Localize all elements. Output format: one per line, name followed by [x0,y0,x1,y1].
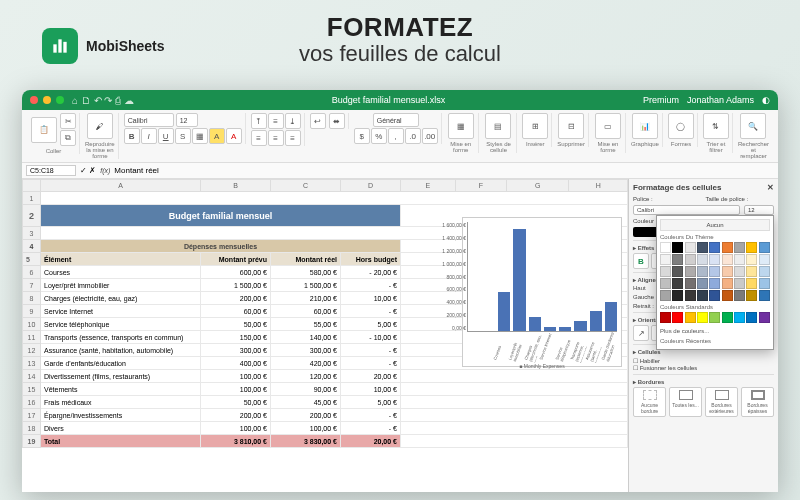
align-center[interactable]: ≡ [268,130,284,146]
color-swatch[interactable] [685,266,696,277]
color-swatch[interactable] [660,266,671,277]
color-swatch[interactable] [697,312,708,323]
color-swatch[interactable] [759,290,770,301]
color-swatch[interactable] [672,242,683,253]
color-swatch[interactable] [759,254,770,265]
cell-reference[interactable]: C5:C18 [26,165,76,176]
align-mid[interactable]: ≡ [268,113,284,129]
bold-icon[interactable]: B [633,253,649,269]
color-swatch[interactable] [746,312,757,323]
color-swatch[interactable] [746,290,757,301]
color-swatch[interactable] [697,266,708,277]
cond-format-button[interactable]: ▦ [448,113,474,139]
color-swatch[interactable] [722,266,733,277]
color-swatch[interactable] [672,290,683,301]
color-swatch[interactable] [672,266,683,277]
italic-button[interactable]: I [141,128,157,144]
shapes-button[interactable]: ◯ [668,113,694,139]
color-swatch[interactable] [734,266,745,277]
color-swatch[interactable] [709,312,720,323]
color-swatch[interactable] [734,242,745,253]
strike-button[interactable]: S [175,128,191,144]
color-swatch[interactable] [709,290,720,301]
color-swatch[interactable] [660,242,671,253]
cut-button[interactable]: ✂ [60,113,76,129]
color-swatch[interactable] [672,254,683,265]
color-swatch[interactable] [660,290,671,301]
chart[interactable]: 1 600,00 €1 400,00 €1 200,00 €1 000,00 €… [462,217,622,367]
formula-value[interactable]: Montant réel [114,166,158,175]
cell-styles-button[interactable]: ▤ [485,113,511,139]
sidebar-font[interactable]: Calibri [633,205,740,215]
titlebar-icons[interactable]: ⌂ 🗋 ↶ ↷ ⎙ ☁ [72,95,134,106]
color-swatch[interactable] [709,278,720,289]
color-swatch[interactable] [697,242,708,253]
close-icon[interactable]: ✕ [767,183,774,192]
table-row[interactable]: 16Frais médicaux50,00 €45,00 €5,00 € [23,396,628,409]
color-swatch[interactable] [759,312,770,323]
color-none[interactable]: Aucun [660,219,770,231]
color-swatch[interactable] [709,254,720,265]
spreadsheet[interactable]: ABCDEFGH 1 2Budget familial mensuel 3 4D… [22,179,628,492]
delete-button[interactable]: ⊟ [558,113,584,139]
sort-button[interactable]: ⇅ [703,113,729,139]
color-swatch[interactable] [685,242,696,253]
color-swatch[interactable] [685,290,696,301]
color-swatch[interactable] [734,290,745,301]
color-swatch[interactable] [759,242,770,253]
dec-dec[interactable]: .00 [422,128,438,144]
font-select[interactable]: Calibri [124,113,174,127]
color-swatch[interactable] [697,278,708,289]
table-row[interactable]: 15Vêtements100,00 €90,00 €10,00 € [23,383,628,396]
color-swatch[interactable] [685,312,696,323]
fill-button[interactable]: A [209,128,225,144]
align-top[interactable]: ⤒ [251,113,267,129]
insert-button[interactable]: ⊞ [522,113,548,139]
align-right[interactable]: ≡ [285,130,301,146]
table-row[interactable]: 14Divertissement (films, restaurants)100… [23,370,628,383]
color-swatch[interactable] [685,278,696,289]
currency-button[interactable]: $ [354,128,370,144]
color-swatch[interactable] [722,290,733,301]
color-swatch[interactable] [697,254,708,265]
color-swatch[interactable] [672,312,683,323]
window-controls[interactable] [30,96,64,104]
table-row[interactable]: 17Épargne/investissements200,00 €200,00 … [23,409,628,422]
color-swatch[interactable] [709,266,720,277]
merge-button[interactable]: ⬌ [329,113,345,129]
border-none[interactable]: Aucune bordure [633,387,666,417]
border-thick[interactable]: Bordures épaisses [741,387,774,417]
color-swatch[interactable] [660,278,671,289]
color-swatch[interactable] [734,312,745,323]
color-swatch[interactable] [722,278,733,289]
color-swatch[interactable] [746,242,757,253]
color-swatch[interactable] [746,278,757,289]
wrap-button[interactable]: ↩ [310,113,326,129]
color-swatch[interactable] [746,254,757,265]
sidebar-size[interactable]: 12 [744,205,774,215]
copy-button[interactable]: ⧉ [60,130,76,146]
percent-button[interactable]: % [371,128,387,144]
color-swatch[interactable] [660,312,671,323]
fontcolor-button[interactable]: A [226,128,242,144]
find-button[interactable]: 🔍 [740,113,766,139]
format-button[interactable]: ▭ [595,113,621,139]
align-bot[interactable]: ⤓ [285,113,301,129]
color-swatch[interactable] [722,242,733,253]
underline-button[interactable]: U [158,128,174,144]
color-swatch[interactable] [734,254,745,265]
color-swatch[interactable] [759,278,770,289]
comma-button[interactable]: , [388,128,404,144]
format-painter-button[interactable]: 🖌 [87,113,113,139]
more-colors[interactable]: Plus de couleurs... [660,326,770,336]
color-swatch[interactable] [734,278,745,289]
fx-icon[interactable]: f(x) [100,167,110,174]
table-row[interactable]: 18Divers100,00 €100,00 €- € [23,422,628,435]
color-swatch[interactable] [722,254,733,265]
color-swatch[interactable] [722,312,733,323]
color-swatch[interactable] [709,242,720,253]
color-swatch[interactable] [660,254,671,265]
color-swatch[interactable] [746,266,757,277]
border-outer[interactable]: Bordures extérieures [705,387,738,417]
color-swatch[interactable] [672,278,683,289]
